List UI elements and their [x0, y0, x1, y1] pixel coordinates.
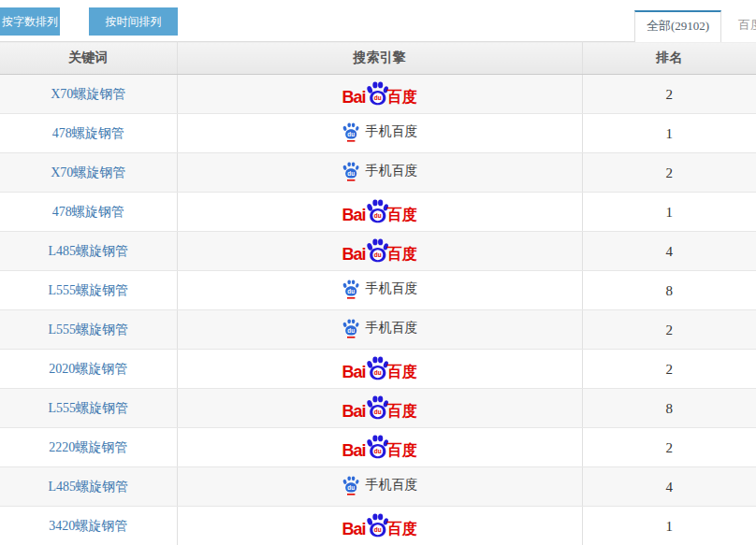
baidu-desktop-logo: Bai du 百度	[342, 199, 416, 223]
rank-value: 4	[666, 480, 674, 495]
rank-cell: 2	[582, 310, 756, 350]
rank-table: 关键词 搜索引擎 排名 X70螺旋钢管 Bai du 百度 2	[0, 41, 756, 545]
column-header-keyword: 关键词	[0, 42, 177, 75]
svg-text:du: du	[347, 130, 355, 136]
search-engine-cell: Bai du 百度	[177, 507, 582, 545]
keyword-cell: L485螺旋钢管	[0, 467, 177, 507]
search-engine-cell: du 手机百度	[177, 310, 582, 350]
table-row: L485螺旋钢管 du 手机百度 4	[0, 467, 756, 507]
svg-text:du: du	[373, 526, 381, 533]
baidu-paw-icon: du	[365, 238, 389, 263]
search-engine-cell: Bai du 百度	[177, 193, 582, 232]
baidu-logo-cn-text: 百度	[387, 522, 417, 538]
search-engine-cell: du 手机百度	[177, 467, 582, 507]
mobile-baidu-label: 手机百度	[366, 477, 418, 494]
keyword-link[interactable]: L485螺旋钢管	[48, 244, 128, 258]
rank-cell: 2	[582, 153, 756, 193]
rank-cell: 8	[582, 271, 756, 310]
mobile-baidu-engine: du 手机百度	[342, 317, 418, 339]
column-header-rank: 排名	[582, 42, 756, 75]
keyword-link[interactable]: 2220螺旋钢管	[49, 440, 127, 454]
tab-baidu[interactable]: 百度	[721, 10, 756, 42]
rank-cell: 1	[582, 114, 756, 153]
mobile-baidu-paw-icon: du	[342, 474, 360, 496]
rank-cell: 2	[582, 75, 756, 114]
baidu-desktop-logo: Bai du 百度	[342, 238, 416, 263]
tab-all-engines[interactable]: 全部(29102)	[634, 10, 721, 42]
baidu-logo-cn-text: 百度	[387, 365, 417, 380]
mobile-baidu-label: 手机百度	[366, 123, 418, 140]
rank-cell: 2	[582, 428, 756, 467]
keyword-link[interactable]: L555螺旋钢管	[48, 283, 128, 297]
keyword-cell: L485螺旋钢管	[0, 232, 177, 271]
keyword-link[interactable]: X70螺旋钢管	[51, 87, 125, 101]
baidu-paw-icon: du	[365, 81, 389, 106]
baidu-paw-icon: du	[365, 356, 389, 380]
sort-by-time-button[interactable]: 按时间排列	[89, 7, 178, 36]
mobile-baidu-engine: du 手机百度	[342, 474, 418, 496]
search-engine-cell: du 手机百度	[177, 271, 582, 310]
svg-text:du: du	[373, 94, 381, 101]
keyword-link[interactable]: L555螺旋钢管	[48, 401, 128, 415]
keyword-cell: 3420螺旋钢管	[0, 507, 177, 545]
rank-value: 2	[666, 323, 674, 337]
keyword-link[interactable]: 3420螺旋钢管	[49, 519, 127, 533]
search-engine-cell: Bai du 百度	[177, 389, 582, 428]
rank-value: 4	[666, 244, 674, 259]
keyword-link[interactable]: X70螺旋钢管	[51, 165, 125, 179]
table-row: X70螺旋钢管 Bai du 百度 2	[0, 75, 756, 114]
svg-text:du: du	[373, 251, 381, 258]
keyword-link[interactable]: 478螺旋钢管	[52, 126, 124, 140]
baidu-desktop-logo: Bai du 百度	[342, 395, 416, 420]
svg-text:du: du	[347, 326, 355, 333]
search-engine-cell: Bai du 百度	[177, 350, 582, 389]
table-row: 478螺旋钢管 du 手机百度 1	[0, 114, 756, 153]
table-row: X70螺旋钢管 du 手机百度 2	[0, 153, 756, 193]
baidu-logo-bai-text: Bai	[342, 364, 365, 380]
baidu-paw-icon: du	[365, 199, 389, 223]
keyword-cell: X70螺旋钢管	[0, 153, 177, 193]
svg-text:du: du	[373, 212, 381, 219]
mobile-baidu-paw-icon: du	[342, 121, 360, 143]
sort-by-wordcount-button[interactable]: 按字数排列	[0, 7, 60, 36]
table-row: L555螺旋钢管 Bai du 百度 8	[0, 389, 756, 428]
keyword-cell: 478螺旋钢管	[0, 114, 177, 153]
rank-value: 2	[666, 87, 674, 102]
table-row: L485螺旋钢管 Bai du 百度 4	[0, 232, 756, 271]
baidu-desktop-logo: Bai du 百度	[342, 513, 416, 538]
search-engine-cell: du 手机百度	[177, 114, 582, 153]
table-row: 478螺旋钢管 Bai du 百度 1	[0, 193, 756, 232]
keyword-cell: L555螺旋钢管	[0, 271, 177, 310]
baidu-logo-cn-text: 百度	[387, 208, 417, 223]
baidu-logo-cn-text: 百度	[387, 247, 417, 263]
keyword-cell: 478螺旋钢管	[0, 193, 177, 232]
mobile-baidu-engine: du 手机百度	[342, 160, 418, 182]
svg-text:du: du	[347, 169, 355, 176]
keyword-link[interactable]: L485螺旋钢管	[48, 480, 128, 494]
baidu-logo-bai-text: Bai	[342, 207, 365, 223]
mobile-baidu-engine: du 手机百度	[342, 278, 418, 300]
rank-cell: 1	[582, 193, 756, 232]
keyword-cell: L555螺旋钢管	[0, 310, 177, 350]
rank-value: 2	[666, 440, 674, 455]
keyword-link[interactable]: 2020螺旋钢管	[49, 362, 127, 376]
baidu-logo-bai-text: Bai	[342, 246, 365, 263]
svg-text:du: du	[373, 409, 381, 415]
svg-text:du: du	[347, 483, 355, 490]
search-engine-cell: Bai du 百度	[177, 75, 582, 114]
mobile-baidu-label: 手机百度	[366, 163, 418, 179]
search-engine-cell: du 手机百度	[177, 153, 582, 193]
keyword-link[interactable]: L555螺旋钢管	[48, 323, 128, 337]
rank-value: 1	[666, 205, 674, 220]
rank-value: 8	[666, 283, 674, 298]
rank-cell: 4	[582, 232, 756, 271]
mobile-baidu-engine: du 手机百度	[342, 121, 418, 143]
baidu-desktop-logo: Bai du 百度	[342, 81, 416, 106]
keyword-cell: L555螺旋钢管	[0, 389, 177, 428]
svg-text:du: du	[347, 287, 355, 294]
rank-value: 2	[666, 362, 674, 377]
keyword-link[interactable]: 478螺旋钢管	[52, 205, 124, 219]
rank-cell: 1	[582, 507, 756, 545]
baidu-logo-bai-text: Bai	[342, 403, 365, 420]
search-engine-cell: Bai du 百度	[177, 428, 582, 467]
